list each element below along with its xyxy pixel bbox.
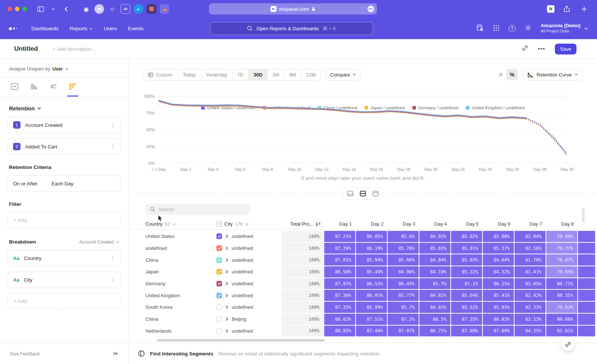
retention-criteria-card[interactable]: On or After Each Day: [7, 175, 121, 192]
breakdown-event-selector[interactable]: Account Created: [79, 239, 119, 245]
back-icon[interactable]: [61, 4, 71, 14]
save-button[interactable]: Save: [555, 44, 576, 54]
date-range-6m[interactable]: 6M: [284, 69, 301, 80]
total-column-header[interactable]: Total Pro...: [282, 221, 324, 227]
help-icon[interactable]: ?: [509, 25, 516, 32]
kebab-menu-icon[interactable]: ⋮: [110, 122, 115, 128]
report-title[interactable]: Untitled: [14, 45, 38, 53]
sidebar-tab-funnels-icon[interactable]: [28, 82, 40, 97]
sidebar-tab-insights-icon[interactable]: [9, 82, 20, 97]
browser-cloud-app-icon[interactable]: ☁: [160, 4, 169, 14]
day-column-header[interactable]: Day 4: [419, 221, 451, 227]
row-checkbox[interactable]: [216, 269, 222, 274]
nav-item-events[interactable]: Events: [128, 26, 143, 31]
day-column-header[interactable]: Day 5: [451, 221, 482, 227]
row-checkbox[interactable]: [216, 233, 222, 239]
zoom-window-icon[interactable]: [22, 7, 27, 11]
sidebar-tab-flows-icon[interactable]: [48, 82, 59, 97]
row-checkbox[interactable]: [216, 316, 222, 322]
expand-row-icon[interactable]: [225, 246, 228, 250]
select-all-checkbox[interactable]: [216, 221, 222, 227]
table-only-view-icon[interactable]: [369, 188, 382, 199]
new-tab-icon[interactable]: [579, 4, 589, 14]
give-feedback-link[interactable]: Give Feedback: [10, 351, 40, 357]
retention-section-title[interactable]: Retention: [9, 105, 119, 112]
date-range-today[interactable]: Today: [178, 69, 201, 80]
expand-row-icon[interactable]: [225, 317, 228, 321]
expand-row-icon[interactable]: [225, 329, 228, 333]
settings-gear-icon[interactable]: [525, 24, 532, 33]
expand-row-icon[interactable]: [225, 282, 228, 286]
vertical-scrollbar[interactable]: [582, 208, 585, 222]
close-window-icon[interactable]: [7, 7, 12, 11]
kebab-menu-icon[interactable]: ⋮: [110, 277, 115, 283]
browser-record-app-icon[interactable]: [147, 4, 156, 14]
add-description[interactable]: + Add description...: [53, 46, 521, 52]
nav-item-users[interactable]: Users: [104, 26, 117, 31]
row-checkbox[interactable]: [216, 328, 222, 334]
notion-extension-icon[interactable]: N: [547, 5, 554, 13]
nav-item-dashboards[interactable]: Dashboards: [31, 26, 59, 31]
date-range-12m[interactable]: 12M: [301, 69, 320, 80]
address-bar[interactable]: mixpanel.com •••: [209, 3, 377, 15]
filter-add-button[interactable]: + Add: [7, 212, 121, 228]
row-checkbox[interactable]: [216, 293, 222, 298]
row-checkbox[interactable]: [216, 304, 222, 310]
browser-bird-app-icon[interactable]: ▸: [134, 4, 143, 14]
mixpanel-logo[interactable]: [9, 27, 17, 30]
percent-values-toggle[interactable]: %: [506, 69, 518, 80]
expand-row-icon[interactable]: [225, 258, 228, 262]
date-range-3m[interactable]: 3M: [267, 69, 284, 80]
day-column-header[interactable]: Day 2: [356, 221, 387, 227]
date-range-7d[interactable]: 7D: [232, 69, 249, 80]
day-column-header[interactable]: Day 7: [514, 221, 546, 227]
kebab-menu-icon[interactable]: ⋮: [110, 255, 115, 261]
share-link-fab[interactable]: [561, 337, 575, 351]
browser-cube-icon[interactable]: ◇: [107, 4, 117, 14]
row-checkbox[interactable]: [216, 281, 222, 286]
segments-title[interactable]: Find Interesting Segments: [150, 351, 213, 357]
day-column-header[interactable]: Day 8: [546, 221, 578, 227]
expand-row-icon[interactable]: [225, 270, 228, 274]
chart-type-selector[interactable]: Retention Curve: [523, 69, 583, 81]
day-column-header[interactable]: Day 3: [387, 221, 419, 227]
breakdown-add-button[interactable]: + Add: [7, 293, 121, 309]
date-range-yesterday[interactable]: Yesterday: [201, 69, 232, 80]
breakdown-card-city[interactable]: AaCity⋮: [7, 272, 121, 288]
chart-only-view-icon[interactable]: [344, 188, 357, 199]
data-management-icon[interactable]: [476, 24, 484, 33]
more-options-button[interactable]: •••: [538, 46, 546, 52]
horizontal-scrollbar[interactable]: [157, 339, 325, 342]
row-checkbox[interactable]: [216, 257, 222, 263]
sidebar-tab-retention-icon[interactable]: [67, 82, 78, 97]
browser-m-app-icon[interactable]: m: [94, 4, 104, 14]
analyze-value[interactable]: User: [52, 66, 63, 72]
kebab-menu-icon[interactable]: ⋮: [110, 144, 115, 150]
minimize-window-icon[interactable]: [15, 7, 19, 11]
criteria-condition[interactable]: On or After: [13, 181, 37, 186]
criteria-interval[interactable]: Each Day: [51, 181, 74, 186]
apps-grid-icon[interactable]: [493, 25, 500, 33]
compare-button[interactable]: Compare: [325, 69, 361, 81]
split-view-icon[interactable]: [357, 188, 369, 199]
day-column-header[interactable]: Day 6: [482, 221, 514, 227]
copy-link-icon[interactable]: [522, 45, 528, 53]
country-column-header[interactable]: Country52: [129, 221, 216, 227]
chevron-down-icon[interactable]: [51, 4, 56, 14]
absolute-values-toggle[interactable]: #: [495, 69, 506, 80]
global-search-input[interactable]: Open Reports & Dashboards ⌘ + K: [210, 22, 373, 35]
date-range-30d[interactable]: 30D: [248, 69, 267, 80]
share-icon[interactable]: [562, 4, 572, 14]
retention-step-card[interactable]: 2Added To Cart⋮: [7, 138, 121, 155]
nav-item-reports[interactable]: Reports: [70, 26, 93, 31]
expand-row-icon[interactable]: [225, 294, 228, 298]
city-column-header[interactable]: City176: [216, 221, 282, 227]
day-column-header[interactable]: Day 1: [324, 221, 356, 227]
date-range-custom[interactable]: Custom: [143, 69, 178, 80]
project-switcher[interactable]: Amazonia {Demo} All Project Data: [541, 23, 588, 34]
expand-row-icon[interactable]: [225, 305, 228, 309]
collapse-sidebar-icon[interactable]: [113, 351, 119, 357]
sidebar-toggle-icon[interactable]: [36, 4, 46, 14]
retention-step-card[interactable]: 1Account Created⋮: [7, 117, 121, 133]
extension-icon[interactable]: •••: [368, 6, 374, 12]
